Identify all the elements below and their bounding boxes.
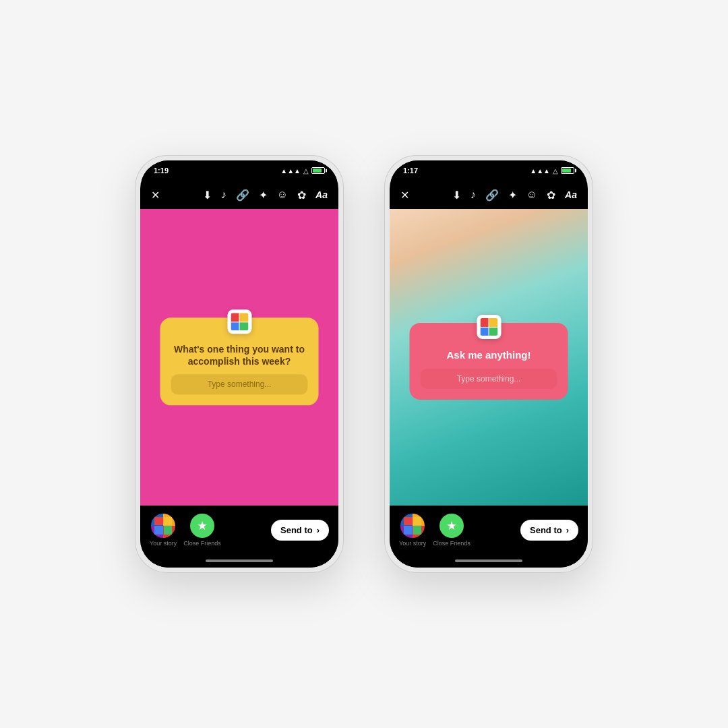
battery-icon-2 [561, 167, 574, 174]
status-time-2: 1:17 [403, 166, 418, 175]
your-story-label-1: Your story [150, 540, 177, 547]
app-logo-2 [477, 315, 501, 339]
music-icon-2[interactable]: ♪ [471, 189, 476, 201]
close-icon-1[interactable]: ✕ [151, 189, 160, 202]
toolbar-1: ✕ ⬇ ♪ 🔗 ✦ ☺ ✿ Aa [140, 181, 338, 209]
phone-1: 1:19 ▲▲▲ △ ✕ ⬇ ♪ 🔗 ✦ ☺ ✿ Aa [135, 155, 344, 573]
wifi-icon-2: △ [553, 167, 558, 175]
app-logo-grid-1 [231, 313, 248, 330]
type-input-1[interactable]: Type something... [171, 375, 308, 395]
home-bar-2 [455, 559, 522, 562]
logo-cell-blue-2 [480, 327, 489, 336]
close-friends-label-2: Close Friends [433, 540, 471, 547]
send-to-label-1: Send to [280, 525, 313, 535]
logo-cell-yellow-1 [240, 313, 249, 322]
sparkle-icon-2[interactable]: ✦ [508, 189, 517, 202]
logo-cell-green-2 [489, 327, 498, 336]
phone-2-screen: 1:17 ▲▲▲ △ ✕ ⬇ ♪ 🔗 ✦ ☺ ✿ Aa [390, 160, 588, 568]
close-friends-1[interactable]: ★ Close Friends [183, 514, 221, 547]
status-bar-2: 1:17 ▲▲▲ △ [390, 160, 588, 181]
text-icon-2[interactable]: Aa [565, 189, 577, 200]
your-story-2[interactable]: Your story [399, 514, 426, 547]
question-card-1: What's one thing you want to accomplish … [160, 317, 319, 405]
signal-icon-2: ▲▲▲ [530, 167, 550, 175]
signal-icon-1: ▲▲▲ [280, 167, 301, 175]
notch-2 [455, 160, 522, 175]
emoji-icon-2[interactable]: ☺ [526, 189, 537, 201]
your-story-icon-2 [400, 514, 425, 538]
status-bar-1: 1:19 ▲▲▲ △ [140, 160, 338, 181]
send-to-arrow-1: › [317, 525, 320, 535]
bottom-bar-2: Your story ★ Close Friends Send to › [390, 506, 588, 554]
emoji-icon-1[interactable]: ☺ [277, 189, 288, 201]
music-icon-1[interactable]: ♪ [221, 189, 226, 201]
brush-icon-2[interactable]: ✿ [547, 189, 555, 202]
logo-cell-red-2 [480, 318, 489, 327]
home-indicator-2 [390, 554, 588, 568]
sg-green [164, 526, 173, 535]
your-story-icon-1 [151, 514, 175, 538]
text-icon-1[interactable]: Aa [315, 189, 328, 200]
link-icon-2[interactable]: 🔗 [485, 189, 499, 202]
question-text-1: What's one thing you want to accomplish … [171, 343, 308, 367]
close-friends-2[interactable]: ★ Close Friends [433, 514, 471, 547]
home-bar-1 [206, 559, 273, 562]
question-card-2: Ask me anything! Type something... [410, 323, 568, 400]
sg2-yellow [413, 517, 422, 526]
download-icon-2[interactable]: ⬇ [452, 189, 461, 202]
type-input-2[interactable]: Type something... [421, 368, 557, 388]
logo-cell-blue-1 [231, 322, 239, 331]
your-story-grid-2 [404, 517, 421, 535]
send-to-button-2[interactable]: Send to › [520, 520, 578, 541]
battery-icon-1 [311, 167, 325, 174]
sparkle-icon-1[interactable]: ✦ [259, 189, 268, 202]
story-background-2: Ask me anything! Type something... [390, 209, 588, 506]
sg2-green [413, 526, 422, 535]
logo-cell-yellow-2 [489, 318, 498, 327]
send-to-button-1[interactable]: Send to › [271, 520, 329, 541]
status-icons-2: ▲▲▲ △ [530, 167, 574, 175]
link-icon-1[interactable]: 🔗 [236, 189, 249, 202]
send-to-label-2: Send to [530, 525, 562, 535]
download-icon-1[interactable]: ⬇ [203, 189, 212, 202]
status-time-1: 1:19 [154, 166, 169, 175]
toolbar-2: ✕ ⬇ ♪ 🔗 ✦ ☺ ✿ Aa [390, 181, 588, 209]
story-background-1: What's one thing you want to accomplish … [140, 209, 338, 506]
sg2-blue [404, 526, 413, 535]
send-to-arrow-2: › [566, 525, 569, 535]
phone-1-screen: 1:19 ▲▲▲ △ ✕ ⬇ ♪ 🔗 ✦ ☺ ✿ Aa [140, 160, 338, 568]
close-icon-2[interactable]: ✕ [400, 189, 409, 202]
close-friends-icon-1: ★ [190, 514, 214, 538]
your-story-grid-1 [154, 517, 172, 535]
wifi-icon-1: △ [303, 167, 309, 175]
notch-1 [206, 160, 273, 175]
app-logo-1 [227, 309, 251, 334]
sg-blue [154, 526, 163, 535]
toolbar-actions-1: ⬇ ♪ 🔗 ✦ ☺ ✿ Aa [203, 189, 328, 202]
sg-red [154, 517, 163, 526]
your-story-label-2: Your story [399, 540, 426, 547]
story-content-2: Ask me anything! Type something... [390, 209, 588, 506]
logo-cell-green-1 [240, 322, 249, 331]
your-story-1[interactable]: Your story [150, 514, 177, 547]
app-logo-grid-2 [480, 318, 497, 336]
story-content-1: What's one thing you want to accomplish … [140, 209, 338, 506]
question-text-2: Ask me anything! [446, 348, 530, 362]
sg2-red [404, 517, 413, 526]
status-icons-1: ▲▲▲ △ [280, 167, 325, 175]
phone-2: 1:17 ▲▲▲ △ ✕ ⬇ ♪ 🔗 ✦ ☺ ✿ Aa [384, 155, 593, 573]
home-indicator-1 [140, 554, 338, 568]
close-friends-label-1: Close Friends [183, 540, 221, 547]
bottom-bar-1: Your story ★ Close Friends Send to › [140, 506, 338, 554]
close-friends-icon-2: ★ [439, 514, 464, 538]
toolbar-actions-2: ⬇ ♪ 🔗 ✦ ☺ ✿ Aa [452, 189, 577, 202]
brush-icon-1[interactable]: ✿ [297, 189, 306, 202]
logo-cell-red-1 [231, 313, 239, 322]
sg-yellow [164, 517, 173, 526]
